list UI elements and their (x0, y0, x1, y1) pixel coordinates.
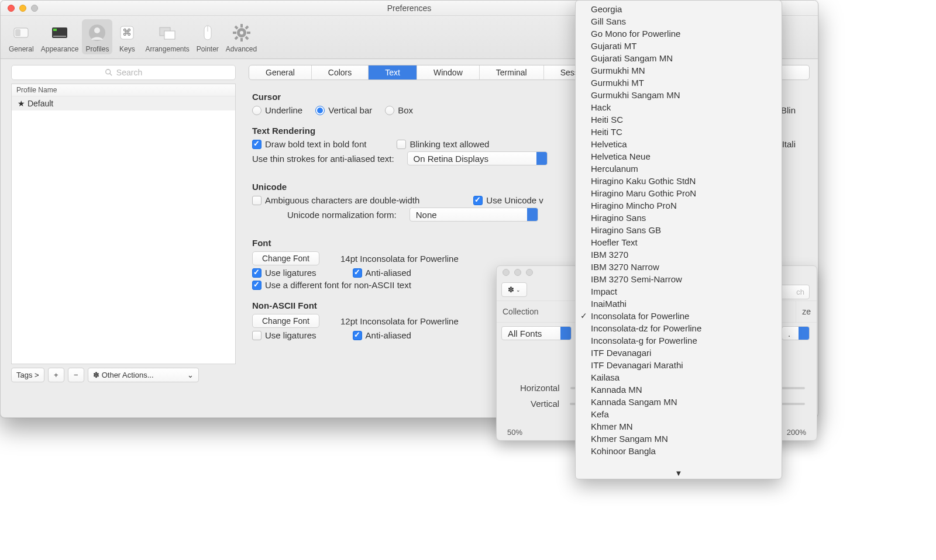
font-option[interactable]: IBM 3270 Narrow (576, 261, 782, 273)
check-label: Anti-aliased (366, 268, 411, 278)
cursor-box-radio[interactable]: Box (385, 105, 413, 115)
ambiguous-width-checkbox[interactable]: Ambiguous characters are double-width (252, 195, 419, 205)
toolbar-advanced[interactable]: Advanced (222, 19, 260, 54)
font-option[interactable]: Herculanum (576, 163, 782, 175)
font-option[interactable]: Gill Sans (576, 15, 782, 27)
font-option[interactable]: Khmer MN (576, 420, 782, 433)
tab-colors[interactable]: Colors (312, 65, 369, 79)
chevron-updown-icon: ▴▾ (563, 329, 569, 338)
chevron-down-icon: ⌄ (516, 287, 521, 293)
other-actions-label: Other Actions... (102, 371, 154, 379)
toolbar-label: Advanced (226, 45, 257, 53)
mouse-icon (197, 22, 219, 44)
change-font-button[interactable]: Change Font (252, 251, 319, 265)
font-option[interactable]: Khmer Sangam MN (576, 433, 782, 445)
cursor-vertical-radio[interactable]: Vertical bar (315, 105, 372, 115)
search-placeholder: Search (116, 68, 142, 77)
toolbar-label: General (9, 45, 34, 53)
font-option[interactable]: ITF Devanagari (576, 347, 782, 359)
unicode-v9-checkbox[interactable]: Use Unicode v (473, 195, 543, 205)
nonascii-ligatures-checkbox[interactable]: Use ligatures (252, 330, 316, 340)
font-option[interactable]: IBM 3270 Semi-Narrow (576, 273, 782, 285)
font-ligatures-checkbox[interactable]: Use ligatures (252, 268, 316, 278)
font-antialiased-checkbox[interactable]: Anti-aliased (353, 268, 411, 278)
toolbar-keys[interactable]: ⌘ Keys (112, 19, 142, 54)
window-close-button[interactable] (8, 5, 15, 12)
font-option[interactable]: Hiragino Sans (576, 212, 782, 224)
scroll-down-indicator[interactable]: ▼ (576, 469, 782, 478)
fonts-gear-popup[interactable]: ✽⌄ (501, 282, 527, 297)
size-popup[interactable]: .▴▾ (782, 326, 810, 340)
window-zoom-button[interactable] (526, 269, 533, 276)
font-option[interactable]: Kohinoor Bangla (576, 445, 782, 457)
font-family-dropdown[interactable]: GeorgiaGill SansGo Mono for PowerlineGuj… (575, 0, 782, 479)
unicode-norm-popup[interactable]: None▴▾ (410, 208, 538, 222)
tags-button[interactable]: Tags > (11, 368, 44, 382)
font-option[interactable]: Gujarati Sangam MN (576, 52, 782, 64)
svg-rect-3 (53, 29, 57, 31)
toolbar-pointer[interactable]: Pointer (193, 19, 222, 54)
tab-general[interactable]: General (249, 65, 312, 79)
other-actions-popup[interactable]: ✽ Other Actions... ⌄ (88, 368, 199, 382)
font-option[interactable]: InaiMathi (576, 298, 782, 310)
font-option[interactable]: Inconsolata-dz for Powerline (576, 322, 782, 334)
font-option[interactable]: Hiragino Kaku Gothic StdN (576, 175, 782, 187)
font-option[interactable]: Gurmukhi Sangam MN (576, 89, 782, 101)
font-option[interactable]: Hiragino Mincho ProN (576, 199, 782, 212)
font-option[interactable]: Heiti SC (576, 113, 782, 126)
profile-list-header: Profile Name (12, 84, 235, 96)
tab-text[interactable]: Text (369, 65, 417, 79)
window-minimize-button[interactable] (19, 5, 26, 12)
person-icon (86, 22, 108, 44)
nonascii-font-toggle[interactable]: Use a different font for non-ASCII text (252, 280, 411, 290)
blinking-text-checkbox[interactable]: Blinking text allowed (397, 139, 489, 149)
font-option[interactable]: Helvetica (576, 138, 782, 150)
font-option[interactable]: Heiti TC (576, 126, 782, 138)
font-option[interactable]: Georgia (576, 3, 782, 15)
window-minimize-button[interactable] (514, 269, 521, 276)
font-option[interactable]: Inconsolata for Powerline (576, 310, 782, 322)
window-zoom-button[interactable] (31, 5, 38, 12)
collection-popup[interactable]: All Fonts▴▾ (501, 326, 572, 340)
font-option[interactable]: Gurmukhi MT (576, 77, 782, 89)
horizontal-min-label: 50% (507, 428, 522, 437)
profiles-sidebar: Search Profile Name ★ Default Tags > + −… (1, 59, 240, 417)
svg-rect-4 (53, 36, 66, 37)
font-option[interactable]: IBM 3270 (576, 248, 782, 261)
font-option[interactable]: Go Mono for Powerline (576, 27, 782, 40)
draw-bold-checkbox[interactable]: Draw bold text in bold font (252, 139, 366, 149)
font-option[interactable]: Kannada Sangam MN (576, 396, 782, 408)
font-option[interactable]: ITF Devanagari Marathi (576, 359, 782, 371)
font-option[interactable]: Hoefler Text (576, 236, 782, 248)
chevron-down-icon: ⌄ (187, 371, 194, 379)
font-option[interactable]: Kailasa (576, 371, 782, 383)
font-option[interactable]: Kannada MN (576, 383, 782, 396)
tab-window[interactable]: Window (417, 65, 480, 79)
toolbar-appearance[interactable]: Appearance (37, 19, 82, 54)
toolbar-profiles[interactable]: Profiles (82, 19, 112, 54)
cursor-underline-radio[interactable]: Underline (252, 105, 302, 115)
font-option[interactable]: Gujarati MT (576, 40, 782, 52)
svg-line-24 (110, 74, 112, 76)
window-close-button[interactable] (503, 269, 510, 276)
font-option[interactable]: Hiragino Sans GB (576, 224, 782, 236)
font-option[interactable]: Hack (576, 101, 782, 113)
font-option[interactable]: Kefa (576, 408, 782, 420)
profile-row-default[interactable]: ★ Default (12, 96, 235, 110)
toolbar-arrangements[interactable]: Arrangements (142, 19, 192, 54)
profile-search-input[interactable]: Search (11, 65, 236, 80)
check-label: Use Unicode v (486, 195, 543, 205)
toolbar-general[interactable]: General (5, 19, 37, 54)
thin-strokes-popup[interactable]: On Retina Displays▴▾ (407, 151, 548, 165)
font-option[interactable]: Impact (576, 285, 782, 298)
font-option[interactable]: Helvetica Neue (576, 150, 782, 163)
font-option[interactable]: Gurmukhi MN (576, 64, 782, 77)
change-nonascii-font-button[interactable]: Change Font (252, 314, 319, 328)
font-option[interactable]: Inconsolata-g for Powerline (576, 334, 782, 347)
tab-terminal[interactable]: Terminal (480, 65, 544, 79)
nonascii-antialiased-checkbox[interactable]: Anti-aliased (353, 330, 411, 340)
font-option[interactable]: Hiragino Maru Gothic ProN (576, 187, 782, 199)
add-profile-button[interactable]: + (48, 368, 64, 382)
profile-list[interactable]: Profile Name ★ Default (11, 84, 236, 364)
remove-profile-button[interactable]: − (68, 368, 84, 382)
